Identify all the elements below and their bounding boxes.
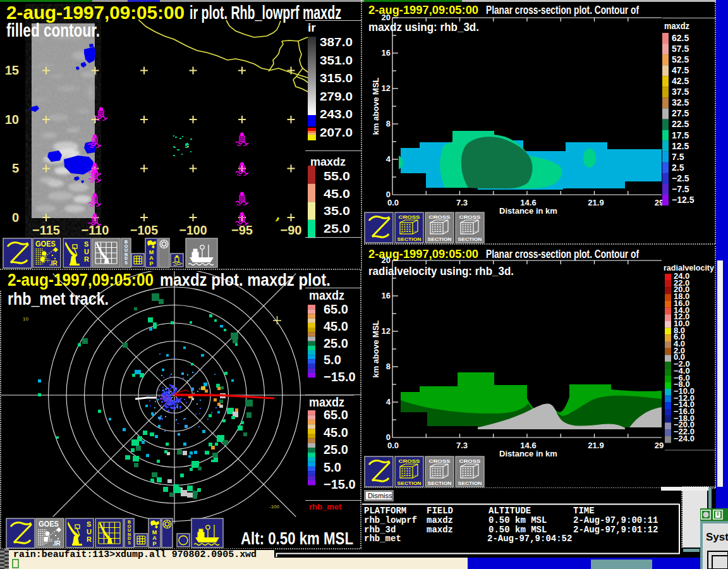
svg-text:-100: -100 xyxy=(269,504,280,510)
svg-text:U: U xyxy=(84,248,89,255)
svg-text:25.0: 25.0 xyxy=(324,336,348,350)
svg-text:2-Aug-97,9:04:52: 2-Aug-97,9:04:52 xyxy=(487,534,572,544)
svg-text:17.5: 17.5 xyxy=(672,130,689,140)
svg-text:maxdz using: rhb_3d.: maxdz using: rhb_3d. xyxy=(368,21,479,34)
svg-text:Planar cross-section plot. Co: Planar cross-section plot. Contour of xyxy=(486,4,640,16)
svg-text:P: P xyxy=(149,260,153,267)
svg-text:8: 8 xyxy=(386,119,391,128)
svg-text:62.5: 62.5 xyxy=(672,33,689,43)
svg-text:GOES: GOES xyxy=(35,240,56,248)
svg-text:SECTION: SECTION xyxy=(428,480,452,486)
svg-text:CROSS: CROSS xyxy=(399,214,421,220)
svg-text:−115: −115 xyxy=(32,223,60,237)
svg-text:SECTION: SECTION xyxy=(428,236,452,242)
svg-text:65.0: 65.0 xyxy=(324,302,348,316)
svg-text:55.0: 55.0 xyxy=(324,169,350,183)
svg-text:−110: −110 xyxy=(82,223,109,237)
svg-text:2-aug-1997,09:05:00: 2-aug-1997,09:05:00 xyxy=(8,270,154,290)
svg-text:U: U xyxy=(87,528,92,535)
svg-text:0.50 km MSL: 0.50 km MSL xyxy=(488,515,547,525)
svg-text:12: 12 xyxy=(382,326,391,336)
svg-text:10: 10 xyxy=(23,316,28,322)
svg-text:12: 12 xyxy=(382,83,391,93)
svg-text:FIELD: FIELD xyxy=(427,506,453,516)
svg-text:CROSS: CROSS xyxy=(429,458,451,464)
svg-text:243.0: 243.0 xyxy=(320,107,353,121)
svg-text:P: P xyxy=(152,541,156,547)
svg-text:45.0: 45.0 xyxy=(324,425,348,439)
svg-text:CROSS: CROSS xyxy=(459,214,482,220)
svg-text:8: 8 xyxy=(386,362,391,371)
svg-text:21.9: 21.9 xyxy=(588,441,604,450)
svg-text:45.0: 45.0 xyxy=(324,319,348,333)
svg-text:rhb_met: rhb_met xyxy=(309,502,342,511)
svg-text:R: R xyxy=(87,535,92,543)
svg-text:2-Aug-97,9:01:12: 2-Aug-97,9:01:12 xyxy=(573,525,658,535)
svg-text:km above MSL: km above MSL xyxy=(371,77,380,135)
svg-text:−105: −105 xyxy=(130,223,158,237)
svg-text:32.5: 32.5 xyxy=(672,97,689,107)
svg-text:Distance in km: Distance in km xyxy=(499,206,557,216)
svg-text:PLATFORM: PLATFORM xyxy=(364,506,406,516)
svg-text:20: 20 xyxy=(382,255,391,265)
svg-text:5: 5 xyxy=(12,161,19,175)
svg-text:maxdz: maxdz xyxy=(427,515,453,525)
svg-text:27.5: 27.5 xyxy=(672,108,689,118)
svg-text:42.5: 42.5 xyxy=(672,76,689,86)
svg-text:4: 4 xyxy=(386,397,391,407)
svg-text:rhb_met: rhb_met xyxy=(364,534,401,544)
svg-text:52.5: 52.5 xyxy=(672,54,689,64)
svg-text:315.0: 315.0 xyxy=(320,71,353,85)
svg-text:−15.0: −15.0 xyxy=(324,370,356,384)
svg-text:.IR: .IR xyxy=(52,540,61,547)
svg-text:22.5: 22.5 xyxy=(672,119,689,129)
svg-text:maxdz: maxdz xyxy=(309,288,344,302)
svg-text:ALTITUDE: ALTITUDE xyxy=(488,506,531,516)
svg-text:maxdz plot. maxdz plot.: maxdz plot. maxdz plot. xyxy=(160,270,331,290)
svg-text:207.0: 207.0 xyxy=(320,126,353,139)
svg-text:16: 16 xyxy=(382,291,391,300)
svg-text:SECTION: SECTION xyxy=(458,236,482,242)
svg-text:5.0: 5.0 xyxy=(324,460,341,474)
svg-text:rhb_lowprf: rhb_lowprf xyxy=(364,515,417,525)
svg-text:Planar cross-section plot. Co: Planar cross-section plot. Contour of xyxy=(486,248,640,260)
svg-text:−24.0: −24.0 xyxy=(674,434,695,443)
svg-text:0: 0 xyxy=(12,211,19,224)
svg-text:21.9: 21.9 xyxy=(588,198,604,207)
svg-text:2-Aug-97,9:00:11: 2-Aug-97,9:00:11 xyxy=(573,515,658,525)
svg-text:SECTION: SECTION xyxy=(397,236,422,242)
svg-text:radialvelocity using: rhb_3d.: radialvelocity using: rhb_3d. xyxy=(368,265,514,278)
svg-text:29: 29 xyxy=(655,441,664,450)
svg-text:Distance in km: Distance in km xyxy=(499,449,557,458)
svg-text:filled contour.: filled contour. xyxy=(6,20,100,40)
svg-text:−95: −95 xyxy=(231,223,253,237)
svg-text:SECTION: SECTION xyxy=(458,480,482,486)
svg-text:−15.0: −15.0 xyxy=(324,477,356,491)
svg-text:12.5: 12.5 xyxy=(672,141,689,151)
svg-text:−90: −90 xyxy=(281,223,302,237)
svg-text:CROSS: CROSS xyxy=(429,214,451,220)
svg-text:25.0: 25.0 xyxy=(324,222,350,235)
svg-text:279.0: 279.0 xyxy=(320,90,353,103)
svg-text:maxdz: maxdz xyxy=(309,395,344,409)
svg-text:S: S xyxy=(124,260,128,265)
svg-text:maxdz: maxdz xyxy=(310,155,346,168)
svg-text:0.0: 0.0 xyxy=(387,441,399,450)
svg-text:maxdz: maxdz xyxy=(664,21,689,31)
svg-text:351.0: 351.0 xyxy=(320,54,353,67)
svg-text:CROSS: CROSS xyxy=(459,458,482,464)
svg-text:10: 10 xyxy=(5,113,19,126)
svg-text:37.5: 37.5 xyxy=(672,87,689,97)
svg-text:−12.5: −12.5 xyxy=(672,195,695,205)
svg-text:45.0: 45.0 xyxy=(324,187,350,200)
svg-text:R: R xyxy=(84,255,89,263)
svg-text:7.3: 7.3 xyxy=(456,198,468,207)
svg-text:GOES: GOES xyxy=(39,520,59,529)
svg-text:25.0: 25.0 xyxy=(324,443,348,456)
svg-text:387.0: 387.0 xyxy=(320,35,353,49)
svg-text:16: 16 xyxy=(382,48,391,58)
svg-text:4: 4 xyxy=(386,154,391,164)
svg-text:57.5: 57.5 xyxy=(672,44,689,54)
svg-text:−100: −100 xyxy=(179,223,207,237)
svg-text:S: S xyxy=(84,240,88,248)
